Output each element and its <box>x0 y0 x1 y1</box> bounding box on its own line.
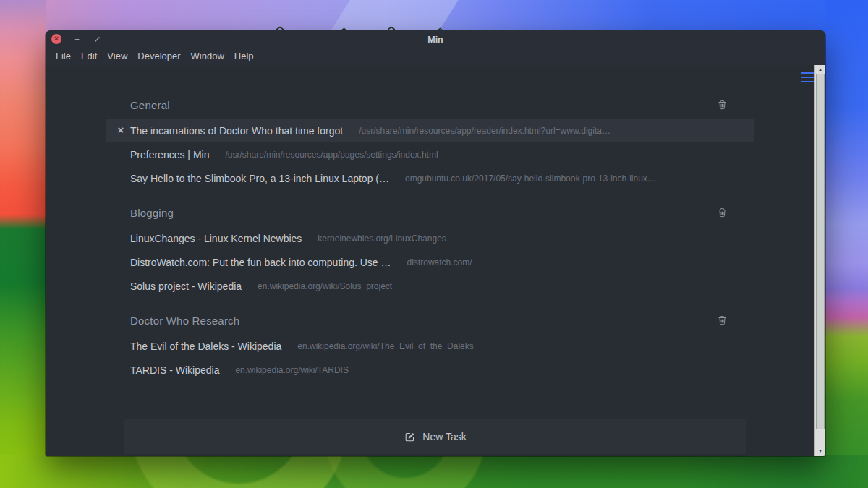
desktop: × – Min FileEditViewDeveloperWindowHelp <box>0 0 868 488</box>
task-overview: General×The incarnations of Doctor Who t… <box>46 65 814 456</box>
section-title: General <box>130 99 170 111</box>
trash-icon <box>718 100 727 110</box>
menu-item-edit[interactable]: Edit <box>76 48 102 65</box>
section-title: Blogging <box>130 207 174 219</box>
task-rows: The Evil of the Daleks - Wikipediaen.wik… <box>106 334 754 382</box>
task-item[interactable]: Preferences | Min/usr/share/min/resource… <box>106 142 754 166</box>
menu-item-view[interactable]: View <box>102 48 132 65</box>
task-item[interactable]: The Evil of the Daleks - Wikipediaen.wik… <box>106 334 754 358</box>
new-task-label: New Task <box>422 431 466 442</box>
trash-icon <box>718 315 727 325</box>
task-section-header: Doctor Who Research <box>106 312 754 328</box>
min-browser-window: × – Min FileEditViewDeveloperWindowHelp <box>46 30 825 456</box>
task-title: Say Hello to the Slimbook Pro, a 13-inch… <box>130 173 389 184</box>
trash-icon <box>718 207 727 218</box>
task-rows: ×The incarnations of Doctor Who that tim… <box>106 119 754 190</box>
window-title: Min <box>46 30 825 48</box>
titlebar[interactable]: × – Min <box>46 30 825 48</box>
scrollbar-thumb[interactable] <box>816 74 825 429</box>
scrollbar[interactable]: ▲ ▼ <box>814 65 825 456</box>
task-title: The incarnations of Doctor Who that time… <box>130 125 343 137</box>
task-item[interactable]: ×The incarnations of Doctor Who that tim… <box>106 119 754 142</box>
task-item[interactable]: Solus project - Wikipediaen.wikipedia.or… <box>106 274 754 298</box>
task-url: /usr/share/min/resources/app/pages/setti… <box>225 150 438 160</box>
task-title: DistroWatch.com: Put the fun back into c… <box>130 257 391 268</box>
section-title: Doctor Who Research <box>130 314 239 327</box>
task-url: en.wikipedia.org/wiki/TARDIS <box>235 365 349 375</box>
task-title: TARDIS - Wikipedia <box>130 364 219 376</box>
task-url: /usr/share/min/resources/app/reader/inde… <box>359 126 610 136</box>
scroll-down-button[interactable]: ▼ <box>815 447 825 456</box>
wallpaper-right <box>825 0 868 488</box>
task-url: distrowatch.com/ <box>407 257 472 267</box>
menu-item-file[interactable]: File <box>51 48 76 65</box>
task-url: omgubuntu.co.uk/2017/05/say-hello-slimbo… <box>405 174 656 184</box>
delete-section-button[interactable] <box>717 207 727 218</box>
menu-item-developer[interactable]: Developer <box>132 48 185 65</box>
wallpaper-bottom <box>0 455 868 488</box>
task-sections: General×The incarnations of Doctor Who t… <box>106 65 754 382</box>
task-item[interactable]: Say Hello to the Slimbook Pro, a 13-inch… <box>106 166 754 190</box>
task-section-header: General <box>106 97 754 113</box>
menu-item-window[interactable]: Window <box>186 48 229 65</box>
task-section-header: Blogging <box>106 205 754 221</box>
task-title: The Evil of the Daleks - Wikipedia <box>130 341 281 352</box>
task-item[interactable]: TARDIS - Wikipediaen.wikipedia.org/wiki/… <box>106 358 754 382</box>
task-url: en.wikipedia.org/wiki/Solus_project <box>258 281 392 291</box>
task-url: en.wikipedia.org/wiki/The_Evil_of_the_Da… <box>297 341 473 351</box>
new-task-button[interactable]: New Task <box>124 419 746 454</box>
task-url: kernelnewbies.org/LinuxChanges <box>318 234 446 244</box>
menu-bar: FileEditViewDeveloperWindowHelp <box>46 48 825 65</box>
wallpaper-left <box>0 0 46 488</box>
task-title: LinuxChanges - Linux Kernel Newbies <box>130 233 302 244</box>
new-task-pencil-icon <box>404 432 415 442</box>
task-rows: LinuxChanges - Linux Kernel Newbieskerne… <box>106 226 754 298</box>
delete-section-button[interactable] <box>717 100 727 111</box>
menu-icon[interactable] <box>801 72 814 82</box>
close-task-icon[interactable]: × <box>114 119 127 142</box>
menu-item-help[interactable]: Help <box>229 48 259 65</box>
delete-section-button[interactable] <box>717 315 727 326</box>
task-title: Solus project - Wikipedia <box>130 281 242 292</box>
task-item[interactable]: DistroWatch.com: Put the fun back into c… <box>106 250 754 274</box>
task-item[interactable]: LinuxChanges - Linux Kernel Newbieskerne… <box>106 226 754 250</box>
task-title: Preferences | Min <box>130 149 209 160</box>
